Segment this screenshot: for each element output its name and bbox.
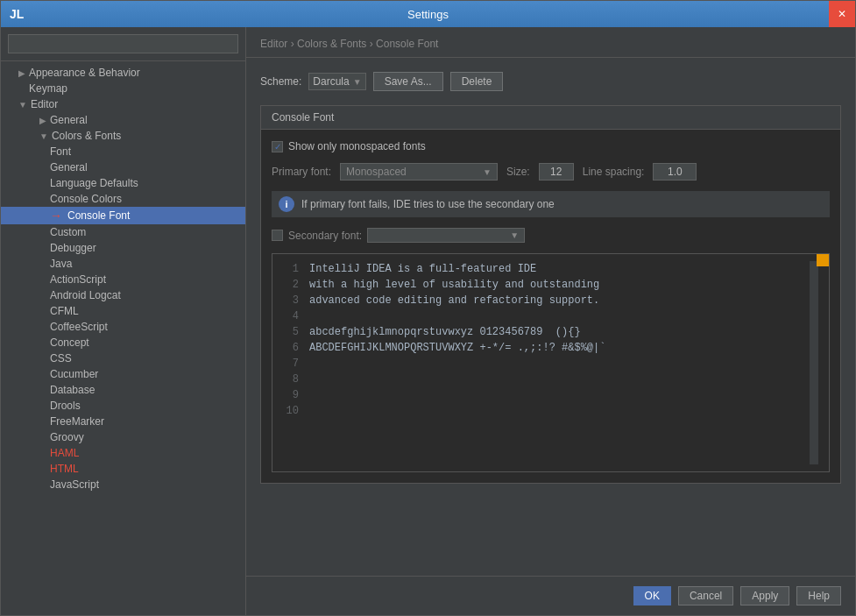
sidebar-item-custom[interactable]: Custom [1, 224, 245, 240]
sidebar-item-label: Console Colors [50, 193, 122, 205]
right-panel: Editor › Colors & Fonts › Console Font S… [246, 27, 855, 615]
sidebar-item-label: Groovy [50, 431, 84, 443]
sidebar-item-html[interactable]: HTML [1, 461, 245, 477]
close-button[interactable]: ✕ [829, 1, 855, 27]
save-as-button[interactable]: Save As... [373, 72, 443, 91]
sidebar-item-concept[interactable]: Concept [1, 335, 245, 350]
code-line: IntelliJ IDEA is a full-featured IDE [309, 261, 810, 277]
window-title: Settings [407, 8, 449, 21]
secondary-font-row: Secondary font: ▼ [272, 228, 830, 243]
sidebar-item-debugger[interactable]: Debugger [1, 240, 245, 256]
section-header-text: Console Font [272, 111, 334, 124]
sidebar-item-colors-fonts[interactable]: ▼ Colors & Fonts [1, 128, 245, 144]
line-spacing-label: Line spacing: [583, 166, 645, 178]
preview-wrapper: 1 2 3 4 5 6 7 8 9 10 [272, 253, 830, 472]
secondary-font-label: Secondary font: [288, 230, 362, 242]
modified-indicator [817, 254, 829, 266]
ok-button[interactable]: OK [633, 586, 671, 605]
info-text: If primary font fails, IDE tries to use … [301, 198, 555, 210]
expand-arrow: ▼ [39, 131, 48, 141]
show-monospaced-row: Show only monospaced fonts [272, 140, 830, 152]
info-icon: i [279, 196, 294, 212]
line-num: 9 [283, 387, 299, 403]
sidebar-item-freemarker[interactable]: FreeMarker [1, 414, 245, 429]
sidebar-item-label: Cucumber [50, 368, 98, 380]
sidebar-item-label: Font [50, 145, 71, 158]
sidebar-item-label: General [50, 161, 88, 173]
sidebar-item-language-defaults[interactable]: Language Defaults [1, 175, 245, 191]
sidebar-item-cfml[interactable]: CFML [1, 303, 245, 319]
code-line: with a high level of usability and outst… [309, 277, 810, 293]
help-button[interactable]: Help [796, 586, 841, 605]
sidebar-item-actionscript[interactable]: ActionScript [1, 272, 245, 287]
sidebar-item-label: Console Font [67, 209, 130, 222]
scheme-dropdown[interactable]: Darcula ▼ [308, 73, 365, 90]
scrollbar[interactable] [810, 261, 818, 464]
sidebar-item-javascript[interactable]: JavaScript [1, 477, 245, 492]
apply-button[interactable]: Apply [740, 586, 789, 605]
line-numbers: 1 2 3 4 5 6 7 8 9 10 [283, 261, 309, 464]
sidebar-item-label: Debugger [50, 242, 96, 254]
sidebar-item-general[interactable]: ▶ General [1, 112, 245, 128]
line-num: 5 [283, 324, 299, 340]
scheme-label: Scheme: [260, 75, 301, 88]
footer: OK Cancel Apply Help [246, 576, 855, 615]
code-line [309, 356, 810, 372]
sidebar-item-label: ActionScript [50, 273, 106, 286]
show-monospaced-checkbox[interactable] [272, 141, 283, 152]
line-num: 4 [283, 308, 299, 324]
sidebar-item-editor[interactable]: ▼ Editor [1, 96, 245, 112]
sidebar-item-label: Colors & Fonts [52, 130, 121, 142]
cancel-button[interactable]: Cancel [678, 586, 733, 605]
sidebar-item-font[interactable]: Font [1, 144, 245, 159]
code-line: advanced code editing and refactoring su… [309, 293, 810, 308]
sidebar-item-android-logcat[interactable]: Android Logcat [1, 287, 245, 303]
sidebar-item-label: General [50, 114, 88, 126]
expand-arrow: ▶ [39, 116, 46, 125]
sidebar-item-appearance[interactable]: ▶ Appearance & Behavior [1, 65, 245, 81]
line-num: 8 [283, 372, 299, 387]
line-num: 1 [283, 261, 299, 277]
sidebar-item-keymap[interactable]: Keymap [1, 81, 245, 96]
sidebar-item-haml[interactable]: HAML [1, 445, 245, 461]
size-label: Size: [506, 166, 530, 178]
settings-content: Scheme: Darcula ▼ Save As... Delete Cons… [246, 58, 855, 576]
selected-arrow-icon: → [50, 209, 62, 223]
sidebar-item-label: Editor [31, 98, 58, 110]
show-monospaced-label: Show only monospaced fonts [288, 140, 426, 152]
line-spacing-input[interactable]: 1.0 [653, 163, 697, 181]
sidebar-item-label: FreeMarker [50, 415, 104, 428]
sidebar-item-label: Concept [50, 336, 89, 349]
sidebar: ▶ Appearance & Behavior Keymap ▼ Editor … [1, 27, 246, 615]
sidebar-item-java[interactable]: Java [1, 256, 245, 272]
code-content: IntelliJ IDEA is a full-featured IDE wit… [309, 261, 810, 464]
primary-font-dropdown[interactable]: Monospaced ▼ [340, 163, 498, 181]
main-content: ▶ Appearance & Behavior Keymap ▼ Editor … [1, 27, 855, 615]
sidebar-item-label: JavaScript [50, 478, 99, 491]
sidebar-item-label: CoffeeScript [50, 321, 108, 333]
code-line: ABCDEFGHIJKLMNOPQRSTUVWXYZ +-*/= .,;:!? … [309, 340, 810, 356]
sidebar-item-label: Keymap [29, 82, 67, 95]
code-line [309, 308, 810, 324]
sidebar-item-groovy[interactable]: Groovy [1, 429, 245, 445]
secondary-font-checkbox[interactable] [272, 230, 283, 241]
sidebar-item-drools[interactable]: Drools [1, 398, 245, 414]
line-num: 7 [283, 356, 299, 372]
sidebar-item-console-font[interactable]: → Console Font [1, 207, 245, 224]
sidebar-item-general2[interactable]: General [1, 159, 245, 175]
delete-button[interactable]: Delete [450, 72, 504, 91]
breadcrumb-text: Editor › Colors & Fonts › Console Font [260, 38, 438, 50]
sidebar-item-label: CSS [50, 352, 72, 365]
sidebar-item-label: Appearance & Behavior [29, 67, 140, 79]
secondary-font-dropdown[interactable]: ▼ [367, 228, 525, 243]
sidebar-item-console-colors[interactable]: Console Colors [1, 191, 245, 207]
breadcrumb: Editor › Colors & Fonts › Console Font [246, 27, 855, 58]
size-input[interactable]: 12 [539, 163, 574, 181]
sidebar-item-cucumber[interactable]: Cucumber [1, 366, 245, 382]
code-line [309, 387, 810, 403]
sidebar-item-label: Android Logcat [50, 289, 121, 301]
sidebar-item-css[interactable]: CSS [1, 350, 245, 366]
search-input[interactable] [8, 34, 238, 53]
sidebar-item-database[interactable]: Database [1, 382, 245, 398]
sidebar-item-coffeescript[interactable]: CoffeeScript [1, 319, 245, 335]
